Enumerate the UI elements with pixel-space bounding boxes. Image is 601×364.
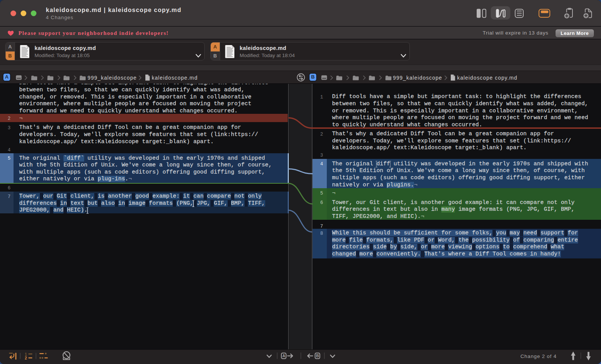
svg-text:B: B [316, 353, 319, 358]
svg-text:2: 2 [25, 356, 27, 360]
svg-text:1: 1 [25, 352, 27, 356]
svg-text:A: A [282, 353, 285, 358]
